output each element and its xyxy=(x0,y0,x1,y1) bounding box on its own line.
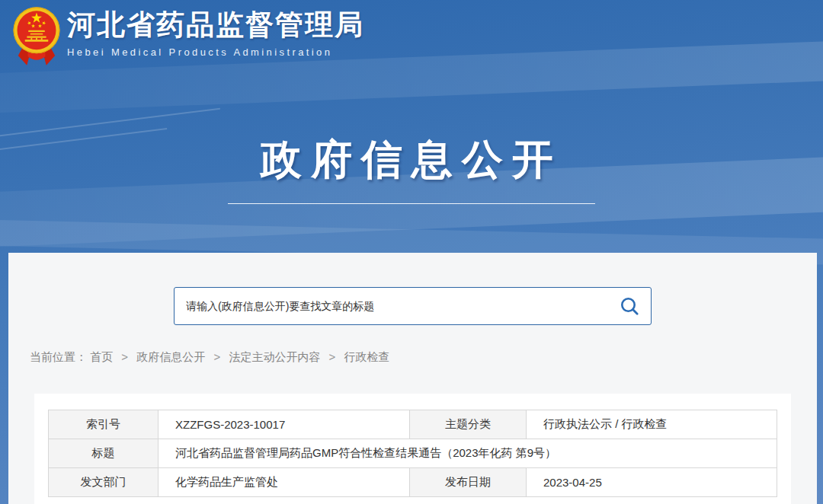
index-number-label: 索引号 xyxy=(49,410,159,439)
topic-category-label: 主题分类 xyxy=(410,410,527,439)
table-row-department-date: 发文部门 化学药品生产监管处 发布日期 2023-04-25 xyxy=(49,468,777,497)
content-panel: 当前位置： 首页 > 政府信息公开 > 法定主动公开内容 > 行政检查 索引号 … xyxy=(8,253,817,504)
banner-divider xyxy=(228,203,595,204)
site-title-chinese[interactable]: 河北省药品监督管理局 xyxy=(67,9,364,42)
breadcrumb-label: 当前位置： xyxy=(30,350,87,363)
breadcrumb: 当前位置： 首页 > 政府信息公开 > 法定主动公开内容 > 行政检查 xyxy=(30,349,390,365)
site-header: 河北省药品监督管理局 Hebei Medical Products Admini… xyxy=(0,0,823,76)
table-row-index-category: 索引号 XZZFGS-2023-10017 主题分类 行政执法公示 / 行政检查 xyxy=(49,410,777,439)
breadcrumb-separator: > xyxy=(329,350,336,363)
page: 河北省药品监督管理局 Hebei Medical Products Admini… xyxy=(0,0,823,504)
document-title-value: 河北省药品监督管理局药品GMP符合性检查结果通告（2023年化药 第9号） xyxy=(159,439,777,468)
search-button[interactable] xyxy=(608,288,651,324)
breadcrumb-item-home[interactable]: 首页 xyxy=(90,350,113,363)
issuing-department-label: 发文部门 xyxy=(49,468,159,497)
article-meta-card: 索引号 XZZFGS-2023-10017 主题分类 行政执法公示 / 行政检查… xyxy=(34,394,791,504)
search-icon xyxy=(620,296,639,316)
index-number-value: XZZFGS-2023-10017 xyxy=(159,410,410,439)
search-box xyxy=(174,287,652,325)
table-row-title: 标题 河北省药品监督管理局药品GMP符合性检查结果通告（2023年化药 第9号） xyxy=(49,439,777,468)
article-meta-table: 索引号 XZZFGS-2023-10017 主题分类 行政执法公示 / 行政检查… xyxy=(48,410,777,497)
search-input[interactable] xyxy=(175,288,608,324)
publish-date-label: 发布日期 xyxy=(410,468,527,497)
breadcrumb-separator: > xyxy=(213,350,220,363)
topic-category-value: 行政执法公示 / 行政检查 xyxy=(527,410,777,439)
breadcrumb-separator: > xyxy=(121,350,128,363)
page-title: 政府信息公开 xyxy=(0,137,823,182)
national-emblem-logo-icon[interactable] xyxy=(12,6,61,70)
breadcrumb-item-statutory-disclosure[interactable]: 法定主动公开内容 xyxy=(229,350,320,363)
breadcrumb-item-admin-inspection[interactable]: 行政检查 xyxy=(344,350,390,363)
background-streak xyxy=(0,108,220,138)
site-title-english: Hebei Medical Products Administration xyxy=(67,46,364,58)
breadcrumb-item-gov-info[interactable]: 政府信息公开 xyxy=(136,350,205,363)
site-title-block: 河北省药品监督管理局 Hebei Medical Products Admini… xyxy=(67,9,364,58)
document-title-label: 标题 xyxy=(49,439,159,468)
publish-date-value: 2023-04-25 xyxy=(527,468,777,497)
issuing-department-value: 化学药品生产监管处 xyxy=(159,468,410,497)
